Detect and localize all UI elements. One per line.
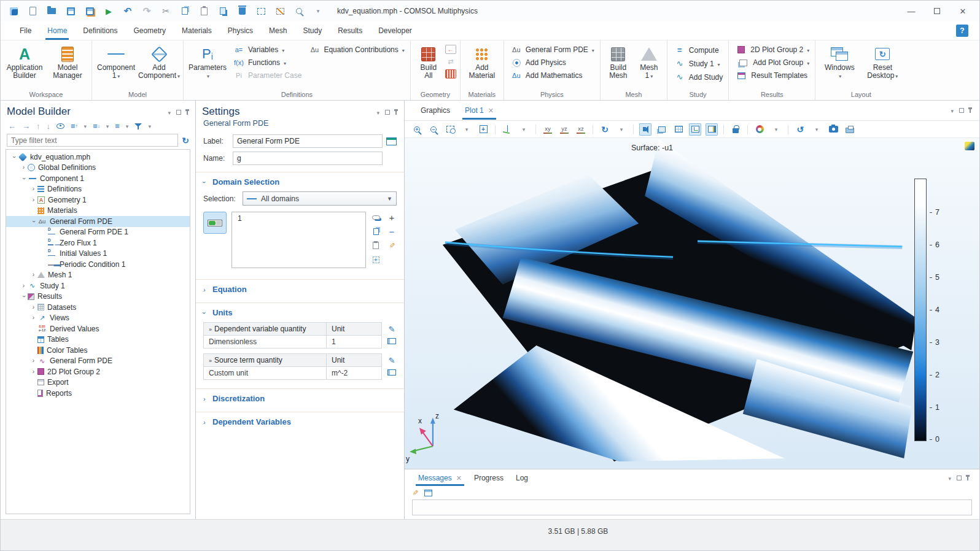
label-input[interactable]: [233, 134, 383, 148]
tab-graphics[interactable]: Graphics: [413, 101, 457, 120]
section-equation[interactable]: Equation: [196, 280, 404, 298]
nodes-dropdown-icon[interactable]: [126, 123, 129, 129]
domain-list-item[interactable]: 1: [238, 214, 242, 223]
dependent-quantity-cell[interactable]: Dimensionless: [204, 336, 327, 349]
grid-icon[interactable]: [672, 123, 685, 136]
expander-icon[interactable]: [20, 293, 28, 299]
application-builder-button[interactable]: Application Builder: [4, 43, 45, 81]
tree-item-materials[interactable]: Materials: [6, 206, 190, 217]
view-xy-icon[interactable]: xy: [542, 123, 554, 136]
close-tab-icon[interactable]: ✕: [488, 107, 494, 115]
save-icon[interactable]: [65, 6, 76, 17]
section-discretization[interactable]: Discretization: [196, 389, 404, 407]
parameter-case-button[interactable]: Parameter Case: [230, 71, 303, 80]
dependent-unit-cell[interactable]: 1: [327, 336, 382, 349]
panel-menu-icon[interactable]: [168, 108, 171, 117]
source-unit-cell[interactable]: m^-2: [327, 367, 382, 380]
forward-icon[interactable]: →: [22, 121, 30, 131]
rotate-icon[interactable]: [599, 123, 611, 136]
back-icon[interactable]: ←: [8, 121, 16, 131]
variables-button[interactable]: Variables: [230, 45, 303, 55]
redo-icon[interactable]: [141, 6, 152, 17]
paste-icon[interactable]: [198, 6, 209, 17]
zoom-dropdown-icon[interactable]: [461, 123, 473, 136]
tree-item-initial-values-1[interactable]: Initial Values 1: [6, 249, 190, 260]
copy-selection-icon[interactable]: [371, 227, 381, 236]
find-icon[interactable]: [294, 6, 305, 17]
zoom-to-selection-icon[interactable]: [371, 255, 381, 264]
panel-menu-icon[interactable]: [376, 108, 379, 117]
panel-float-icon[interactable]: [385, 110, 390, 115]
appearance-dropdown-icon[interactable]: [770, 123, 782, 136]
expander-icon[interactable]: [20, 164, 28, 171]
color-legend-toggle-icon[interactable]: [706, 123, 718, 136]
menu-study[interactable]: Study: [295, 23, 330, 39]
toolbar-overflow-icon[interactable]: [313, 6, 324, 17]
expander-icon[interactable]: [29, 369, 37, 375]
view-yz-icon[interactable]: yz: [558, 123, 570, 136]
menu-mesh[interactable]: Mesh: [261, 23, 295, 39]
edit-quantity-icon[interactable]: [387, 356, 397, 364]
tree-item-tables[interactable]: Tables: [6, 334, 190, 345]
messages-output[interactable]: [412, 499, 972, 515]
functions-button[interactable]: Functions: [230, 58, 303, 67]
general-form-pde-dropdown[interactable]: General Form PDE: [508, 45, 596, 55]
rotate-dropdown-icon[interactable]: [615, 123, 628, 136]
add-material-button[interactable]: Add Material: [464, 43, 500, 81]
duplicate-icon[interactable]: [217, 6, 228, 17]
panel-float-icon[interactable]: [959, 108, 964, 113]
clear-selection-icon[interactable]: [387, 241, 397, 250]
scene-light-icon[interactable]: [656, 123, 668, 136]
panel-pin-icon[interactable]: [187, 110, 188, 115]
section-domain-selection[interactable]: Domain Selection: [196, 172, 404, 190]
model-tree-nodes-icon[interactable]: [115, 121, 120, 131]
panel-pin-icon[interactable]: [967, 476, 968, 480]
build-all-button[interactable]: Build All: [414, 43, 443, 81]
source-quantity-cell[interactable]: Custom unit: [204, 367, 327, 380]
open-in-window-icon[interactable]: [424, 490, 432, 496]
tree-item-2d-plot-group-2[interactable]: 2D Plot Group 2: [6, 366, 190, 377]
equation-contributions-button[interactable]: Equation Contributions: [306, 45, 406, 55]
view-dropdown-icon[interactable]: [518, 123, 530, 136]
appearance-icon[interactable]: [753, 123, 766, 136]
help-button[interactable]: ?: [956, 25, 968, 37]
move-down-icon[interactable]: ↓: [47, 121, 51, 131]
expander-icon[interactable]: [29, 272, 37, 278]
parameters-button[interactable]: Parameters: [187, 43, 228, 82]
show-icon[interactable]: [56, 123, 64, 129]
zoom-in-icon[interactable]: [411, 123, 423, 136]
menu-materials[interactable]: Materials: [174, 23, 220, 39]
mesh-1-button[interactable]: Mesh 1: [635, 43, 663, 82]
select-box-icon[interactable]: [255, 6, 266, 17]
define-unit-icon[interactable]: [387, 337, 397, 345]
maximize-button[interactable]: [934, 8, 940, 14]
expander-icon[interactable]: [20, 175, 28, 182]
panel-menu-icon[interactable]: [948, 474, 951, 482]
tab-messages[interactable]: Messages✕: [412, 470, 468, 486]
tree-filter-input[interactable]: [7, 134, 178, 147]
close-tab-icon[interactable]: ✕: [456, 474, 462, 482]
minimize-button[interactable]: —: [907, 7, 916, 16]
copy-icon[interactable]: [179, 6, 190, 17]
tree-item-global-definitions[interactable]: Global Definitions: [6, 163, 190, 174]
build-mesh-button[interactable]: Build Mesh: [604, 43, 632, 81]
windows-button[interactable]: Windows: [819, 43, 860, 82]
name-input[interactable]: [233, 152, 383, 165]
tree-item-datasets[interactable]: Datasets: [6, 302, 190, 313]
edit-quantity-icon[interactable]: [387, 325, 397, 333]
menu-file[interactable]: File: [12, 23, 39, 39]
tree-item-study-1[interactable]: Study 1: [6, 280, 190, 291]
tree-item-geometry-1[interactable]: Geometry 1: [6, 195, 190, 206]
panel-menu-icon[interactable]: [951, 106, 954, 115]
active-toggle-button[interactable]: [203, 212, 227, 234]
paste-selection-icon[interactable]: [371, 241, 381, 250]
print-icon[interactable]: [844, 123, 856, 136]
move-up-icon[interactable]: ↑: [36, 121, 41, 131]
reset-desktop-button[interactable]: Reset Desktop: [862, 43, 903, 82]
update-geometry-icon[interactable]: [445, 57, 456, 66]
create-selection-icon[interactable]: [371, 213, 381, 222]
expander-icon[interactable]: [29, 218, 37, 225]
expander-icon[interactable]: [29, 186, 37, 192]
tree-item-component-1[interactable]: Component 1: [6, 173, 190, 184]
menu-definitions[interactable]: Definitions: [75, 23, 125, 39]
